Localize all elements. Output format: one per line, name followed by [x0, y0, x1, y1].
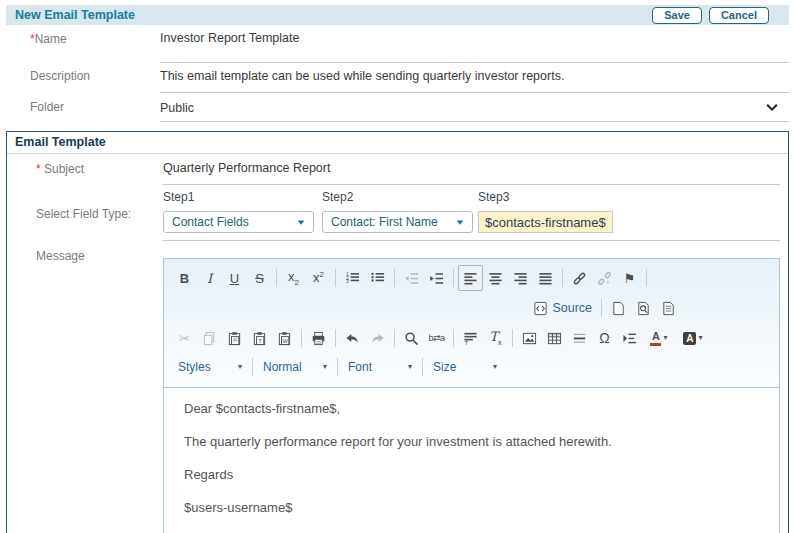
message-paragraph: The quarterly performance report for you…	[184, 434, 759, 449]
underline-button[interactable]: U	[222, 265, 247, 291]
replace-button[interactable]: b⇄a	[424, 325, 449, 351]
toolbar-separator	[301, 329, 302, 347]
toolbar-separator	[422, 358, 423, 376]
toolbar-separator	[394, 269, 395, 287]
combo-font-label: Font	[348, 360, 372, 374]
color-caret-icon: ▾	[698, 334, 702, 342]
anchor-button[interactable]: ⚑	[617, 265, 642, 291]
preview-icon	[636, 301, 651, 316]
editor-content[interactable]: Dear $contacts-firstname$,The quarterly …	[164, 388, 779, 533]
combo-styles[interactable]: Styles▾	[172, 356, 248, 378]
folder-row: Folder Public	[6, 93, 789, 122]
numbered-list-button[interactable]: 123	[340, 265, 365, 291]
cancel-button[interactable]: Cancel	[709, 7, 769, 24]
message-label: Message	[7, 241, 163, 533]
folder-select[interactable]: Public	[160, 93, 789, 122]
templates-button[interactable]	[656, 295, 681, 321]
svg-text:T: T	[464, 339, 468, 346]
remove-format-icon: Tx	[489, 330, 502, 347]
special-char-button[interactable]: Ω	[592, 325, 617, 351]
page-break-button[interactable]	[617, 325, 642, 351]
toolbar-separator	[453, 269, 454, 287]
bold-button[interactable]: B	[172, 265, 197, 291]
editor-toolbar: BIUSx2x2123x⚑ Source ✂TWb⇄aTTxΩA▾A▾ Styl…	[164, 259, 779, 388]
justify-button[interactable]	[533, 265, 558, 291]
remove-format-button[interactable]: Tx	[483, 325, 508, 351]
toolbar-separator	[276, 269, 277, 287]
select-all-icon: T	[463, 331, 478, 346]
print-button[interactable]	[306, 325, 331, 351]
page-title: New Email Template	[6, 8, 135, 22]
select-all-button[interactable]: T	[458, 325, 483, 351]
toolbar-separator	[512, 329, 513, 347]
combo-caret-icon: ▾	[493, 363, 497, 371]
link-button[interactable]	[567, 265, 592, 291]
name-label: *Name	[6, 25, 160, 63]
align-left-button[interactable]	[458, 265, 483, 291]
italic-button[interactable]: I	[197, 265, 222, 291]
svg-text:x: x	[606, 279, 609, 285]
message-paragraph: $users-username$	[184, 500, 759, 515]
numbered-list-icon: 123	[345, 271, 360, 286]
copy-button	[197, 325, 222, 351]
paste-text-button[interactable]: T	[247, 325, 272, 351]
source-button[interactable]: Source	[528, 295, 597, 321]
justify-icon	[538, 271, 553, 286]
strike-icon: S	[255, 272, 264, 285]
align-right-icon	[513, 271, 528, 286]
step1-select[interactable]: Contact Fields	[163, 211, 314, 233]
subject-input[interactable]: Quarterly Performance Report	[163, 154, 780, 185]
toolbar-separator	[335, 269, 336, 287]
subscript-button[interactable]: x2	[281, 265, 306, 291]
horizontal-rule-icon	[572, 331, 587, 346]
table-button[interactable]	[542, 325, 567, 351]
combo-size[interactable]: Size▾	[427, 356, 503, 378]
outdent-button	[399, 265, 424, 291]
message-row: Message BIUSx2x2123x⚑ Source ✂TWb⇄aTTxΩA…	[7, 241, 788, 533]
find-button[interactable]	[399, 325, 424, 351]
redo-button	[365, 325, 390, 351]
text-color-button[interactable]: A▾	[642, 325, 676, 351]
superscript-icon: x2	[313, 271, 324, 284]
align-center-button[interactable]	[483, 265, 508, 291]
undo-button[interactable]	[340, 325, 365, 351]
paste-icon	[227, 331, 242, 346]
align-right-button[interactable]	[508, 265, 533, 291]
paste-word-button[interactable]: W	[272, 325, 297, 351]
save-button[interactable]: Save	[652, 7, 702, 24]
svg-text:W: W	[283, 338, 289, 344]
template-info-form: *Name Investor Report Template Descripti…	[6, 25, 789, 122]
rich-text-editor: BIUSx2x2123x⚑ Source ✂TWb⇄aTTxΩA▾A▾ Styl…	[163, 258, 780, 533]
name-input[interactable]: Investor Report Template	[160, 25, 789, 63]
preview-button[interactable]	[631, 295, 656, 321]
toolbar-separator	[337, 358, 338, 376]
undo-icon	[345, 331, 360, 346]
anchor-icon: ⚑	[624, 272, 636, 285]
step3-merge-field-input[interactable]: $contacts-firstname$	[478, 211, 613, 233]
header-actions: Save Cancel	[652, 7, 789, 24]
email-template-section: Email Template * Subject Quarterly Perfo…	[6, 131, 789, 533]
name-row: *Name Investor Report Template	[6, 25, 789, 63]
superscript-button[interactable]: x2	[306, 265, 331, 291]
bg-color-button[interactable]: A▾	[676, 325, 710, 351]
folder-label: Folder	[6, 93, 160, 122]
field-type-label: Select Field Type:	[7, 185, 163, 241]
toolbar-separator	[601, 299, 602, 317]
combo-caret-icon: ▾	[323, 363, 327, 371]
combo-caret-icon: ▾	[238, 363, 242, 371]
field-type-row: Select Field Type: Step1 Contact Fields …	[7, 185, 788, 241]
toolbar-separator	[335, 329, 336, 347]
horizontal-rule-button[interactable]	[567, 325, 592, 351]
toolbar-separator	[562, 269, 563, 287]
image-button[interactable]	[517, 325, 542, 351]
paste-button[interactable]	[222, 325, 247, 351]
new-page-button[interactable]	[606, 295, 631, 321]
step2-select[interactable]: Contact: First Name	[322, 211, 473, 233]
bulleted-list-button[interactable]	[365, 265, 390, 291]
combo-font[interactable]: Font▾	[342, 356, 418, 378]
indent-button[interactable]	[424, 265, 449, 291]
description-input[interactable]: This email template can be used while se…	[160, 63, 789, 93]
step2-value: Contact: First Name	[331, 215, 438, 229]
combo-normal[interactable]: Normal▾	[257, 356, 333, 378]
strike-button[interactable]: S	[247, 265, 272, 291]
